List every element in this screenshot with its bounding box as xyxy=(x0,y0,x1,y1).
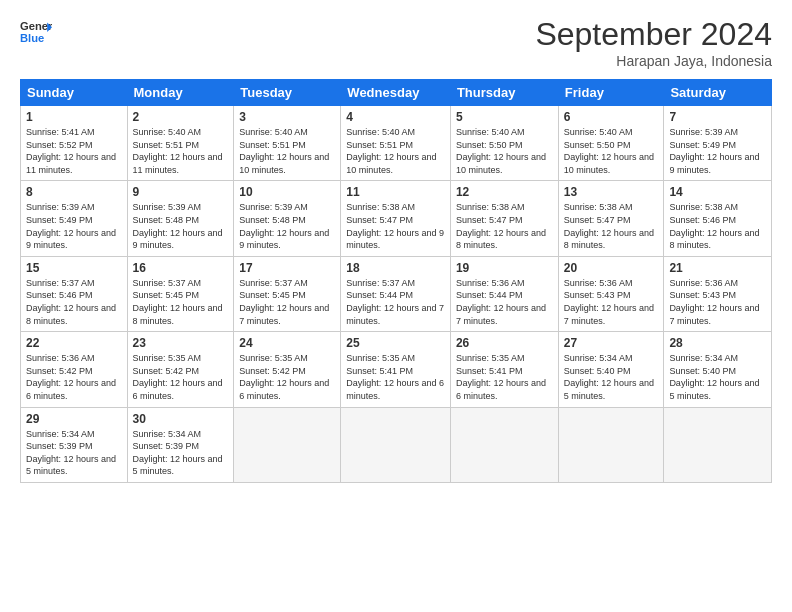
calendar-day-cell: 9 Sunrise: 5:39 AM Sunset: 5:48 PM Dayli… xyxy=(127,181,234,256)
calendar-day-cell: 18 Sunrise: 5:37 AM Sunset: 5:44 PM Dayl… xyxy=(341,256,451,331)
sunset-text: Sunset: 5:47 PM xyxy=(346,215,413,225)
calendar-day-cell: 5 Sunrise: 5:40 AM Sunset: 5:50 PM Dayli… xyxy=(450,106,558,181)
day-number: 4 xyxy=(346,110,445,124)
sunset-text: Sunset: 5:50 PM xyxy=(564,140,631,150)
calendar-day-cell: 13 Sunrise: 5:38 AM Sunset: 5:47 PM Dayl… xyxy=(558,181,664,256)
daylight-text: Daylight: 12 hours and 8 minutes. xyxy=(564,228,654,251)
day-number: 8 xyxy=(26,185,122,199)
daylight-text: Daylight: 12 hours and 10 minutes. xyxy=(564,152,654,175)
calendar-week-row: 22 Sunrise: 5:36 AM Sunset: 5:42 PM Dayl… xyxy=(21,332,772,407)
calendar-day-cell: 7 Sunrise: 5:39 AM Sunset: 5:49 PM Dayli… xyxy=(664,106,772,181)
day-number: 9 xyxy=(133,185,229,199)
calendar-day-cell xyxy=(558,407,664,482)
calendar-day-cell: 11 Sunrise: 5:38 AM Sunset: 5:47 PM Dayl… xyxy=(341,181,451,256)
sunrise-text: Sunrise: 5:37 AM xyxy=(133,278,202,288)
sunset-text: Sunset: 5:41 PM xyxy=(456,366,523,376)
calendar-day-cell xyxy=(234,407,341,482)
calendar-day-cell: 29 Sunrise: 5:34 AM Sunset: 5:39 PM Dayl… xyxy=(21,407,128,482)
daylight-text: Daylight: 12 hours and 8 minutes. xyxy=(456,228,546,251)
day-of-week-header: Thursday xyxy=(450,80,558,106)
calendar-day-cell: 12 Sunrise: 5:38 AM Sunset: 5:47 PM Dayl… xyxy=(450,181,558,256)
day-number: 5 xyxy=(456,110,553,124)
sunset-text: Sunset: 5:51 PM xyxy=(133,140,200,150)
sunset-text: Sunset: 5:42 PM xyxy=(133,366,200,376)
sunset-text: Sunset: 5:43 PM xyxy=(669,290,736,300)
day-number: 10 xyxy=(239,185,335,199)
sunset-text: Sunset: 5:48 PM xyxy=(239,215,306,225)
sunset-text: Sunset: 5:43 PM xyxy=(564,290,631,300)
sunrise-text: Sunrise: 5:34 AM xyxy=(26,429,95,439)
daylight-text: Daylight: 12 hours and 9 minutes. xyxy=(239,228,329,251)
calendar-day-cell: 23 Sunrise: 5:35 AM Sunset: 5:42 PM Dayl… xyxy=(127,332,234,407)
daylight-text: Daylight: 12 hours and 10 minutes. xyxy=(239,152,329,175)
daylight-text: Daylight: 12 hours and 7 minutes. xyxy=(456,303,546,326)
calendar-day-cell: 16 Sunrise: 5:37 AM Sunset: 5:45 PM Dayl… xyxy=(127,256,234,331)
sunset-text: Sunset: 5:42 PM xyxy=(26,366,93,376)
day-number: 11 xyxy=(346,185,445,199)
daylight-text: Daylight: 12 hours and 6 minutes. xyxy=(456,378,546,401)
sunset-text: Sunset: 5:50 PM xyxy=(456,140,523,150)
sunset-text: Sunset: 5:49 PM xyxy=(26,215,93,225)
day-number: 12 xyxy=(456,185,553,199)
calendar-day-cell xyxy=(664,407,772,482)
calendar-day-cell: 25 Sunrise: 5:35 AM Sunset: 5:41 PM Dayl… xyxy=(341,332,451,407)
calendar-day-cell: 22 Sunrise: 5:36 AM Sunset: 5:42 PM Dayl… xyxy=(21,332,128,407)
sunset-text: Sunset: 5:47 PM xyxy=(456,215,523,225)
day-number: 25 xyxy=(346,336,445,350)
day-number: 27 xyxy=(564,336,659,350)
sunset-text: Sunset: 5:40 PM xyxy=(669,366,736,376)
daylight-text: Daylight: 12 hours and 9 minutes. xyxy=(133,228,223,251)
daylight-text: Daylight: 12 hours and 11 minutes. xyxy=(26,152,116,175)
calendar-day-cell: 21 Sunrise: 5:36 AM Sunset: 5:43 PM Dayl… xyxy=(664,256,772,331)
sunset-text: Sunset: 5:47 PM xyxy=(564,215,631,225)
calendar-day-cell: 2 Sunrise: 5:40 AM Sunset: 5:51 PM Dayli… xyxy=(127,106,234,181)
day-number: 23 xyxy=(133,336,229,350)
day-number: 26 xyxy=(456,336,553,350)
logo: General Blue xyxy=(20,16,52,48)
header: General Blue September 2024 Harapan Jaya… xyxy=(20,16,772,69)
sunset-text: Sunset: 5:44 PM xyxy=(456,290,523,300)
sunrise-text: Sunrise: 5:40 AM xyxy=(346,127,415,137)
calendar-day-cell: 14 Sunrise: 5:38 AM Sunset: 5:46 PM Dayl… xyxy=(664,181,772,256)
location: Harapan Jaya, Indonesia xyxy=(535,53,772,69)
calendar-week-row: 29 Sunrise: 5:34 AM Sunset: 5:39 PM Dayl… xyxy=(21,407,772,482)
sunrise-text: Sunrise: 5:40 AM xyxy=(133,127,202,137)
sunrise-text: Sunrise: 5:34 AM xyxy=(133,429,202,439)
sunset-text: Sunset: 5:39 PM xyxy=(133,441,200,451)
page: General Blue September 2024 Harapan Jaya… xyxy=(0,0,792,612)
sunrise-text: Sunrise: 5:35 AM xyxy=(456,353,525,363)
calendar-day-cell: 10 Sunrise: 5:39 AM Sunset: 5:48 PM Dayl… xyxy=(234,181,341,256)
daylight-text: Daylight: 12 hours and 6 minutes. xyxy=(133,378,223,401)
daylight-text: Daylight: 12 hours and 9 minutes. xyxy=(669,152,759,175)
calendar-day-cell: 20 Sunrise: 5:36 AM Sunset: 5:43 PM Dayl… xyxy=(558,256,664,331)
sunrise-text: Sunrise: 5:35 AM xyxy=(346,353,415,363)
daylight-text: Daylight: 12 hours and 8 minutes. xyxy=(133,303,223,326)
sunrise-text: Sunrise: 5:37 AM xyxy=(239,278,308,288)
daylight-text: Daylight: 12 hours and 8 minutes. xyxy=(669,228,759,251)
sunset-text: Sunset: 5:48 PM xyxy=(133,215,200,225)
sunrise-text: Sunrise: 5:39 AM xyxy=(133,202,202,212)
sunset-text: Sunset: 5:52 PM xyxy=(26,140,93,150)
day-number: 22 xyxy=(26,336,122,350)
calendar-week-row: 15 Sunrise: 5:37 AM Sunset: 5:46 PM Dayl… xyxy=(21,256,772,331)
sunrise-text: Sunrise: 5:39 AM xyxy=(239,202,308,212)
day-number: 15 xyxy=(26,261,122,275)
calendar-day-cell: 24 Sunrise: 5:35 AM Sunset: 5:42 PM Dayl… xyxy=(234,332,341,407)
sunset-text: Sunset: 5:44 PM xyxy=(346,290,413,300)
sunrise-text: Sunrise: 5:36 AM xyxy=(456,278,525,288)
sunrise-text: Sunrise: 5:38 AM xyxy=(456,202,525,212)
sunset-text: Sunset: 5:41 PM xyxy=(346,366,413,376)
title-block: September 2024 Harapan Jaya, Indonesia xyxy=(535,16,772,69)
sunrise-text: Sunrise: 5:38 AM xyxy=(669,202,738,212)
daylight-text: Daylight: 12 hours and 5 minutes. xyxy=(564,378,654,401)
calendar-week-row: 1 Sunrise: 5:41 AM Sunset: 5:52 PM Dayli… xyxy=(21,106,772,181)
day-number: 13 xyxy=(564,185,659,199)
day-number: 1 xyxy=(26,110,122,124)
day-number: 29 xyxy=(26,412,122,426)
sunrise-text: Sunrise: 5:37 AM xyxy=(346,278,415,288)
sunrise-text: Sunrise: 5:37 AM xyxy=(26,278,95,288)
sunrise-text: Sunrise: 5:34 AM xyxy=(564,353,633,363)
calendar-day-cell: 3 Sunrise: 5:40 AM Sunset: 5:51 PM Dayli… xyxy=(234,106,341,181)
sunset-text: Sunset: 5:45 PM xyxy=(133,290,200,300)
day-of-week-header: Monday xyxy=(127,80,234,106)
